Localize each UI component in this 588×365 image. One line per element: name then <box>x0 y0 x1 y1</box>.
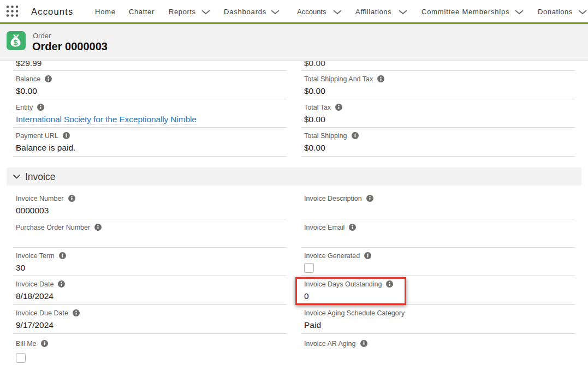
svg-text:$: $ <box>14 38 18 47</box>
